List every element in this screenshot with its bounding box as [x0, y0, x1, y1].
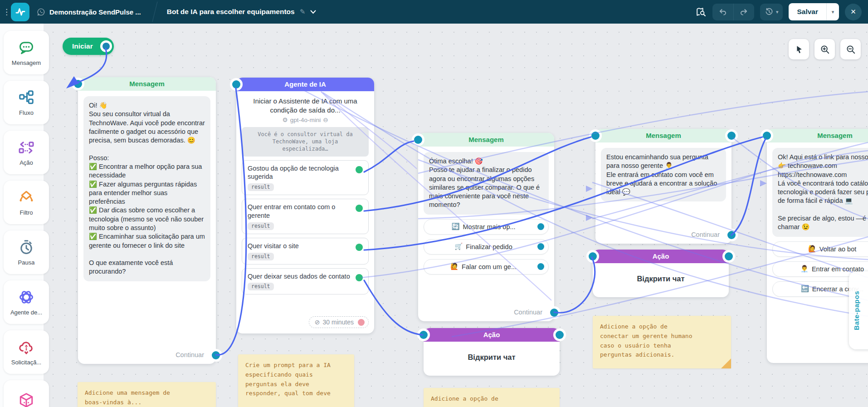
canvas-toolbar — [789, 39, 861, 59]
button-label: Falar com um ge... — [462, 263, 517, 270]
condition-output-port[interactable] — [356, 274, 363, 281]
quick-reply-button[interactable]: 🛒 Finalizar pedido — [424, 239, 549, 255]
continue-label: Continuar — [83, 351, 210, 358]
output-port[interactable] — [102, 43, 110, 50]
kebab-menu-icon[interactable]: ⋮ — [3, 7, 9, 17]
node-message-choice[interactable]: Mensagem Ótima escolha! 🎯 Posso te ajuda… — [418, 133, 554, 321]
node-ai-agent[interactable]: Agente de IA Iniciar o Assistente de IA … — [236, 78, 374, 333]
remove-model-icon[interactable]: ⊖ — [323, 116, 328, 123]
chats-drawer-tab[interactable]: Bate-papos — [849, 271, 868, 349]
start-trigger[interactable]: Iniciar — [63, 38, 114, 55]
quick-reply-button[interactable]: 🙋 Falar com um ge... — [424, 259, 549, 275]
node-header[interactable]: Agente de IA — [236, 78, 374, 91]
sidebar-item-label: Agente de... — [10, 309, 42, 316]
ai-exit-condition[interactable]: Gostou da opção de tecnologia sugerida r… — [242, 160, 369, 196]
undo-button[interactable] — [712, 4, 733, 20]
sidebar-item-random[interactable] — [4, 380, 49, 407]
output-port[interactable] — [550, 309, 558, 317]
output-port[interactable] — [556, 331, 564, 339]
quick-reply-button[interactable]: 🔄 Mostrar mais op... — [424, 219, 549, 235]
message-text[interactable]: Oi! 👋 Sou seu consultor virtual da Techn… — [83, 96, 210, 281]
topbar: ⋮ Demonstração SendPulse ... Bot de IA p… — [0, 0, 868, 24]
node-header[interactable]: Ação — [424, 328, 560, 342]
history-button[interactable]: ▾ — [760, 4, 783, 20]
node-message-manager[interactable]: Mensagem Estou encaminhando sua pergunta… — [595, 129, 731, 244]
openai-icon: ⚙ — [283, 116, 288, 123]
flow-canvas[interactable]: Adicione uma mensagem de boas-vindas à..… — [44, 24, 868, 407]
node-action-open-chat[interactable]: Ação Відкрити чат — [593, 250, 729, 297]
node-message-welcome[interactable]: Mensagem Oi! 👋 Sou seu consultor virtual… — [78, 77, 216, 364]
node-header[interactable]: Mensagem — [78, 77, 216, 91]
condition-output-port[interactable] — [356, 205, 363, 212]
output-port[interactable] — [727, 231, 736, 239]
node-header[interactable]: Mensagem — [767, 129, 868, 142]
result-variable-tag: result — [248, 253, 274, 260]
button-output-port[interactable] — [537, 263, 544, 270]
sticky-note[interactable]: Adicione a opção de — [424, 388, 560, 407]
sidebar-item-mensagem[interactable]: Mensagem — [4, 31, 49, 74]
result-variable-tag: result — [248, 283, 274, 290]
chevron-down-icon[interactable] — [310, 10, 316, 14]
result-variable-tag: result — [248, 222, 274, 230]
save-button[interactable]: Salvar — [789, 3, 826, 20]
undo-icon — [718, 7, 727, 17]
sidebar-item-label: Ação — [20, 159, 33, 166]
node-header[interactable]: Mensagem — [418, 133, 554, 147]
ai-step-title[interactable]: Iniciar o Assistente de IA com uma condi… — [242, 97, 369, 114]
sidebar-item-agente-de-ia[interactable]: Agente de... — [4, 280, 49, 324]
condition-label: Quer visitar o site — [248, 242, 353, 250]
button-output-port[interactable] — [537, 223, 544, 230]
action-text: Відкрити чат — [593, 263, 729, 297]
ai-exit-condition[interactable]: Quer visitar o site result — [242, 238, 369, 265]
quick-reply-button[interactable]: 🙋 Voltar ao bot — [772, 241, 868, 257]
input-port[interactable] — [74, 80, 82, 88]
node-action-open-chat[interactable]: Ação Відкрити чат — [424, 328, 560, 376]
button-output-port[interactable] — [537, 243, 544, 250]
output-port[interactable] — [725, 252, 733, 260]
save-caret-button[interactable]: ▾ — [826, 3, 839, 20]
timeout-output-port[interactable] — [358, 319, 365, 326]
ai-model-row[interactable]: ⚙ gpt-4o-mini ⊖ — [242, 116, 369, 123]
close-button[interactable]: ✕ — [845, 4, 862, 20]
input-port[interactable] — [414, 136, 422, 144]
redo-button[interactable] — [733, 4, 754, 20]
input-port[interactable] — [232, 80, 240, 88]
ai-exit-condition[interactable]: Quer deixar seus dados de contato result — [242, 268, 369, 295]
sidebar-item-acao[interactable]: Ação — [4, 131, 49, 174]
sendpulse-logo[interactable] — [11, 3, 29, 21]
pointer-cursor-icon — [794, 44, 804, 54]
flow-title-group: Bot de IA para escolher equipamentos ✎ — [167, 8, 317, 16]
message-text[interactable]: Estou encaminhando sua pergunta para nos… — [601, 148, 726, 201]
output-port[interactable] — [727, 132, 736, 140]
edit-title-icon[interactable]: ✎ — [300, 8, 306, 16]
sticky-note[interactable]: Adicione uma mensagem de boas-vindas à..… — [78, 382, 216, 407]
history-icon — [765, 7, 774, 16]
input-port[interactable] — [763, 132, 771, 140]
sticky-note[interactable]: Adicione a opção de conectar um gerente … — [593, 316, 731, 368]
node-header[interactable]: Mensagem — [595, 129, 731, 142]
message-text[interactable]: Ótima escolha! 🎯 Posso te ajudar a final… — [424, 152, 549, 215]
zoom-in-button[interactable] — [814, 39, 835, 59]
input-port[interactable] — [591, 132, 600, 140]
condition-output-port[interactable] — [356, 166, 363, 173]
topbar-actions: ▾ Salvar ▾ ✕ — [695, 3, 862, 20]
sticky-note[interactable]: Crie um prompt para a IA especificando q… — [238, 354, 354, 407]
input-port[interactable] — [419, 331, 428, 339]
message-text[interactable]: Ok! Aqui está o link para nosso site: 👉 … — [772, 148, 868, 237]
sidebar-item-fluxo[interactable]: Fluxo — [4, 81, 49, 124]
pointer-tool-button[interactable] — [789, 39, 809, 59]
sidebar-item-filtro[interactable]: Filtro — [4, 181, 49, 224]
breadcrumb-channel[interactable]: Demonstração SendPulse ... — [37, 8, 141, 16]
condition-label: Quer deixar seus dados de contato — [248, 272, 353, 281]
sidebar-item-pausa[interactable]: Pausa — [4, 230, 49, 274]
ai-exit-condition[interactable]: Quer entrar em contato com o gerente res… — [242, 199, 369, 234]
ai-timeout[interactable]: ⊘ 30 minutes — [309, 316, 369, 328]
output-port[interactable] — [212, 351, 220, 359]
minimap-search-button[interactable] — [695, 6, 707, 18]
sidebar-item-solicitacao[interactable]: Solicitaçã... — [4, 330, 49, 374]
ai-prompt-preview[interactable]: Você é o consultor virtual da TechnoWave… — [242, 127, 369, 157]
condition-output-port[interactable] — [356, 244, 363, 251]
node-header[interactable]: Ação — [593, 250, 729, 263]
zoom-out-button[interactable] — [840, 39, 861, 59]
input-port[interactable] — [589, 252, 597, 260]
